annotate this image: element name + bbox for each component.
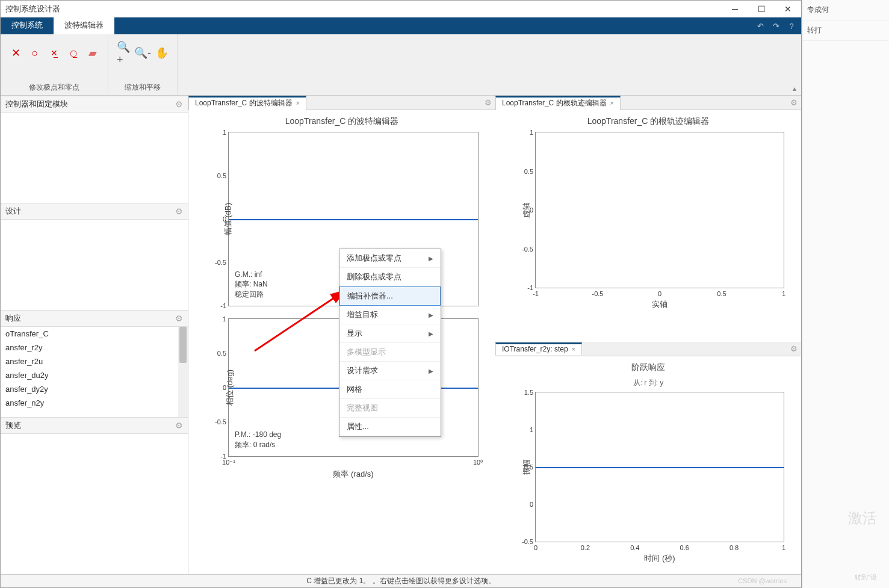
gear-icon[interactable]: ⚙ bbox=[175, 421, 183, 430]
cm-properties[interactable]: 属性... bbox=[339, 418, 441, 436]
step-tabbar: IOTransfer_r2y: step × ⚙ bbox=[495, 342, 801, 356]
cm-delete-pole-zero[interactable]: 删除极点或零点 bbox=[339, 268, 441, 286]
tab-control-system[interactable]: 控制系统 bbox=[1, 16, 54, 34]
add-complex-pole-icon[interactable]: ✕̲ bbox=[48, 46, 61, 60]
titlebar: 控制系统设计器 ─ ☐ ✕ bbox=[1, 1, 801, 17]
rlocus-title: LoopTransfer_C 的根轨迹编辑器 bbox=[506, 116, 790, 127]
list-item[interactable]: ansfer_dy2y bbox=[1, 382, 178, 396]
gear-icon[interactable]: ⚙ bbox=[485, 98, 492, 107]
phase-info: P.M.: -180 deg 频率: 0 rad/s bbox=[235, 430, 281, 450]
bode-chart-area[interactable]: LoopTransfer_C 的波特编辑器 幅值 (dB) 1 0.5 0 -0… bbox=[188, 110, 495, 587]
ribbon-label-zoom: 缩放和平移 bbox=[117, 79, 169, 93]
step-plot[interactable]: 振幅 1.5 1 0.5 0 -0.5 0 0.2 0.4 0.6 0.8 1 bbox=[535, 392, 784, 542]
gear-icon[interactable]: ⚙ bbox=[790, 344, 798, 353]
undo-icon[interactable]: ↶ bbox=[754, 20, 766, 32]
minimize-button[interactable]: ─ bbox=[722, 1, 748, 17]
toolstrip: 控制系统 波特编辑器 ↶ ↷ ? bbox=[1, 17, 801, 34]
main-window: 控制系统设计器 ─ ☐ ✕ 控制系统 波特编辑器 ↶ ↷ ? ✕ ○ ✕̲ ○̲… bbox=[0, 0, 802, 588]
cm-edit-compensator[interactable]: 编辑补偿器... bbox=[339, 286, 441, 306]
rlocus-tabbar: LoopTransfer_C 的根轨迹编辑器 × ⚙ bbox=[495, 96, 801, 110]
ribbon-group-zoom: 🔍+ 🔍- ✋ 缩放和平移 bbox=[108, 34, 178, 95]
gear-icon[interactable]: ⚙ bbox=[175, 99, 183, 109]
list-item[interactable]: oTransfer_C bbox=[1, 327, 178, 341]
ribbon: ✕ ○ ✕̲ ○̲ ▰ 修改极点和零点 🔍+ 🔍- ✋ 缩放和平移 ▴ bbox=[1, 34, 801, 96]
mag-data-line bbox=[229, 219, 478, 220]
statusbar: C 增益已更改为 1。 。右键点击绘图以获得更多设计选项。 bbox=[1, 574, 801, 587]
rlocus-plot[interactable]: 虚轴 1 0.5 0 -0.5 -1 -1 -0.5 0 0.5 1 bbox=[535, 132, 784, 288]
cm-display[interactable]: 显示▶ bbox=[339, 324, 441, 343]
center-panel: LoopTransfer_C 的波特编辑器 × ⚙ LoopTransfer_C… bbox=[188, 96, 495, 587]
side-item: 转打 bbox=[802, 20, 889, 41]
gear-icon[interactable]: ⚙ bbox=[175, 206, 183, 216]
step-xlabel: 时间 (秒) bbox=[535, 553, 784, 564]
list-item[interactable]: ansfer_du2y bbox=[1, 368, 178, 382]
list-item[interactable]: ansfer_r2u bbox=[1, 354, 178, 368]
context-menu: 添加极点或零点▶ 删除极点或零点 编辑补偿器... 增益目标▶ 显示▶ 多模型显… bbox=[339, 249, 441, 437]
maximize-button[interactable]: ☐ bbox=[748, 1, 775, 17]
right-panel: LoopTransfer_C 的根轨迹编辑器 × ⚙ LoopTransfer_… bbox=[495, 96, 801, 587]
close-button[interactable]: ✕ bbox=[775, 1, 801, 17]
close-icon[interactable]: × bbox=[572, 345, 575, 353]
pan-icon[interactable]: ✋ bbox=[155, 46, 169, 60]
step-data-line bbox=[536, 467, 784, 468]
list-item[interactable]: ansfer_r2y bbox=[1, 341, 178, 354]
add-zero-icon[interactable]: ○ bbox=[28, 46, 42, 60]
add-complex-zero-icon[interactable]: ○̲ bbox=[67, 46, 80, 60]
cm-full-view: 完整视图 bbox=[339, 399, 441, 418]
response-list: oTransfer_C ansfer_r2y ansfer_r2u ansfer… bbox=[1, 327, 188, 417]
rlocus-xlabel: 实轴 bbox=[535, 299, 784, 310]
mag-info: G.M.: inf 频率: NaN 稳定回路 bbox=[235, 270, 268, 300]
panel-header-preview[interactable]: 预览 ⚙ bbox=[1, 417, 188, 434]
list-item[interactable]: ansfer_n2y bbox=[1, 396, 178, 410]
cm-design-req[interactable]: 设计需求▶ bbox=[339, 362, 441, 380]
gear-icon[interactable]: ⚙ bbox=[790, 98, 798, 107]
ribbon-group-poles-zeros: ✕ ○ ✕̲ ○̲ ▰ 修改极点和零点 bbox=[1, 34, 108, 95]
rlocus-tab[interactable]: LoopTransfer_C 的根轨迹编辑器 × bbox=[495, 96, 621, 110]
panel-header-responses[interactable]: 响应 ⚙ bbox=[1, 310, 188, 327]
gear-icon[interactable]: ⚙ bbox=[175, 314, 183, 323]
window-controls: ─ ☐ ✕ bbox=[722, 1, 801, 17]
cm-gain-target[interactable]: 增益目标▶ bbox=[339, 306, 441, 324]
bode-tab[interactable]: LoopTransfer_C 的波特编辑器 × bbox=[188, 96, 306, 110]
eraser-icon[interactable]: ▰ bbox=[86, 46, 99, 60]
add-pole-icon[interactable]: ✕ bbox=[9, 46, 22, 60]
help-icon[interactable]: ? bbox=[785, 20, 798, 32]
step-tab[interactable]: IOTransfer_r2y: step × bbox=[495, 342, 582, 355]
zoom-in-icon[interactable]: 🔍+ bbox=[117, 46, 130, 60]
panel-header-design[interactable]: 设计 ⚙ bbox=[1, 203, 188, 220]
tab-bode-editor[interactable]: 波特编辑器 bbox=[54, 16, 114, 34]
zoom-out-icon[interactable]: 🔍- bbox=[136, 46, 149, 60]
activate-watermark: 激活 bbox=[848, 509, 877, 528]
bode-title: LoopTransfer_C 的波特编辑器 bbox=[199, 116, 485, 127]
panel-header-controllers[interactable]: 控制器和固定模块 ⚙ bbox=[1, 96, 188, 113]
rlocus-chart[interactable]: LoopTransfer_C 的根轨迹编辑器 虚轴 1 0.5 0 -0.5 -… bbox=[495, 110, 801, 342]
close-icon[interactable]: × bbox=[610, 99, 614, 107]
side-strip: 专成何 转打 激活 转到"设 bbox=[802, 0, 889, 588]
window-title: 控制系统设计器 bbox=[5, 4, 60, 14]
bode-xlabel: 频率 (rad/s) bbox=[228, 469, 479, 480]
side-item: 专成何 bbox=[802, 0, 889, 20]
csdn-watermark: CSDN @warries bbox=[738, 577, 787, 584]
scrollbar[interactable] bbox=[178, 327, 188, 417]
cm-multimodel: 多模型显示 bbox=[339, 343, 441, 362]
cm-add-pole-zero[interactable]: 添加极点或零点▶ bbox=[339, 249, 441, 268]
close-icon[interactable]: × bbox=[296, 99, 300, 107]
redo-icon[interactable]: ↷ bbox=[770, 20, 782, 32]
step-subtitle: 从: r 到: y bbox=[506, 378, 790, 388]
bode-tabbar: LoopTransfer_C 的波特编辑器 × ⚙ bbox=[188, 96, 495, 110]
step-title: 阶跃响应 bbox=[506, 362, 790, 373]
activate-watermark-sub: 转到"设 bbox=[855, 573, 877, 582]
cm-grid[interactable]: 网格 bbox=[339, 380, 441, 399]
ribbon-collapse-icon[interactable]: ▴ bbox=[793, 84, 796, 93]
workspace: 控制器和固定模块 ⚙ 设计 ⚙ 响应 ⚙ oTransfer_C ansfer_… bbox=[1, 96, 801, 587]
ribbon-label-poles: 修改极点和零点 bbox=[9, 79, 99, 93]
left-panel: 控制器和固定模块 ⚙ 设计 ⚙ 响应 ⚙ oTransfer_C ansfer_… bbox=[1, 96, 188, 587]
step-chart[interactable]: 阶跃响应 从: r 到: y 振幅 1.5 1 0.5 0 -0.5 0 0.2… bbox=[495, 356, 801, 588]
